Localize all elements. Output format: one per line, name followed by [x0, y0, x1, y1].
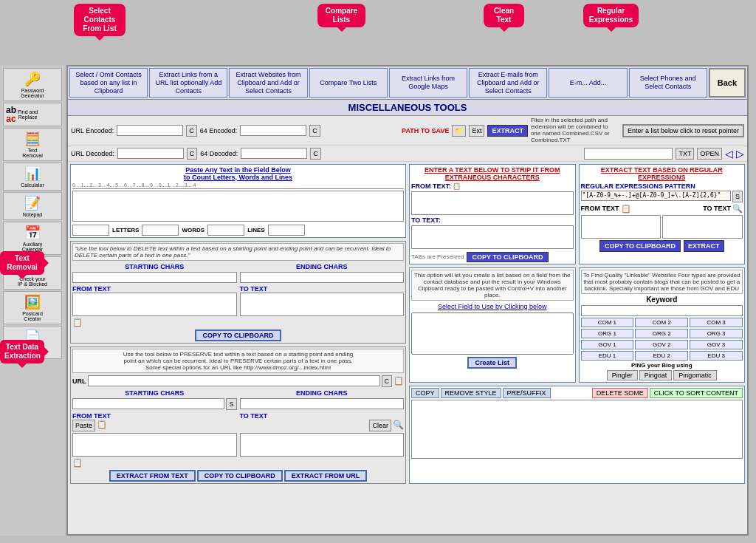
right-arrow-icon[interactable]: ▷ [736, 148, 744, 160]
url-row: URL C 📋 [72, 375, 404, 387]
right-bottom-textarea[interactable] [411, 400, 743, 459]
click-sort-btn[interactable]: CLICK TO SORT CONTENT [650, 388, 743, 398]
copy-mini-btn[interactable]: COPY [411, 388, 439, 398]
regex-copy-btn[interactable]: COPY TO CLIPBOARD [599, 240, 681, 252]
toolbar-btn-extract-websites[interactable]: Extract Websites from Clipboard and Add … [229, 68, 307, 98]
from-text-row: FROM TEXT: 📋 [411, 182, 574, 190]
preserve-to-area[interactable] [240, 433, 405, 457]
pre-suffix-btn[interactable]: PRE/SUFFIX [503, 388, 551, 398]
decoded-64-input[interactable] [241, 148, 307, 159]
left-arrow-icon[interactable]: ◁ [725, 148, 733, 160]
keyword-input[interactable] [581, 305, 743, 316]
com2-btn[interactable]: COM 2 [635, 318, 688, 327]
toolbar-btn-google-maps[interactable]: Extract Links from Google Maps [389, 68, 467, 98]
com1-btn[interactable]: COM 1 [581, 318, 634, 327]
remove-style-btn[interactable]: REMOVE STYLE [441, 388, 501, 398]
pingoat-btn[interactable]: Pingoat [639, 370, 673, 380]
path-ext-btn[interactable]: Ext [469, 125, 484, 137]
url-c-btn[interactable]: C [382, 375, 393, 387]
extract-from-text-btn[interactable]: EXTRACT FROM TEXT [109, 470, 196, 482]
regex-from-textarea[interactable] [581, 215, 662, 239]
toolbar-btn-select-phones[interactable]: Select Phones and Select Contacts [629, 68, 707, 98]
url-encoded-input[interactable] [117, 125, 183, 136]
letters-count[interactable] [72, 225, 109, 236]
edu2-btn[interactable]: EDU 2 [635, 351, 688, 361]
copy-to-clipboard-btn[interactable]: COPY TO CLIPBOARD [195, 329, 281, 341]
toolbar-btn-select-omit[interactable]: Select / Omit Contacts based on any list… [69, 68, 148, 98]
notepad-icon: 📝 [24, 195, 41, 211]
sidebar-item-password-generator[interactable]: 🔑 PasswordGenerator [3, 68, 62, 101]
url-decoded-c-btn[interactable]: C [187, 148, 198, 160]
strip-to-textarea[interactable] [411, 225, 574, 249]
path-extract-btn[interactable]: EXTRACT [487, 125, 528, 137]
edu3-btn[interactable]: EDU 3 [690, 351, 743, 361]
org2-btn[interactable]: ORG 2 [635, 329, 688, 338]
encoded-64-input[interactable] [240, 125, 306, 136]
toolbar-btn-extract-links[interactable]: Extract Links from a URL list optionally… [149, 68, 227, 98]
strip-copy-btn[interactable]: COPY TO CLIPBOARD [467, 252, 548, 262]
pingomatic-btn[interactable]: Pingomatic [673, 370, 717, 380]
decoded-64-c-btn[interactable]: C [310, 148, 321, 160]
preserve-from-area[interactable] [72, 433, 237, 457]
sidebar-label-calendar: AuxiliaryCalendar [22, 242, 43, 252]
url-input[interactable] [88, 375, 380, 386]
toolbar-btn-email-add[interactable]: E-m... Add... [549, 68, 627, 98]
lines-count[interactable] [207, 225, 244, 236]
to-text-row: TO TEXT: [411, 216, 574, 224]
path-txt-btn[interactable]: TXT [676, 148, 694, 160]
words-count[interactable] [142, 225, 179, 236]
regex-s-btn[interactable]: S [732, 191, 743, 202]
preserve-copy-btn[interactable]: COPY TO CLIPBOARD [197, 470, 283, 482]
regex-to-label: TO TEXT [703, 205, 731, 212]
clear-btn[interactable]: Clear [369, 420, 391, 431]
sidebar-item-calendar[interactable]: 📅 AuxiliaryCalendar [3, 222, 62, 255]
org3-btn[interactable]: ORG 3 [690, 329, 743, 338]
path-folder-icon-btn[interactable]: 📁 [452, 125, 466, 137]
field-select[interactable] [411, 313, 574, 355]
sidebar-item-notepad[interactable]: 📝 Notepad [3, 192, 62, 220]
back-button[interactable]: Back [709, 68, 746, 98]
enter-list-btn[interactable]: Enter a list below click to reset pointe… [622, 124, 744, 138]
com3-btn[interactable]: COM 3 [690, 318, 743, 327]
gov2-btn[interactable]: GOV 2 [635, 340, 688, 349]
extract-from-url-btn[interactable]: EXTRACT FROM URL [284, 470, 368, 482]
url-encoded-c-btn[interactable]: C [186, 125, 197, 137]
regex-to-textarea[interactable] [662, 215, 743, 239]
create-list-btn[interactable]: Create List [467, 357, 517, 369]
encoded-64-c-btn[interactable]: C [309, 125, 320, 137]
preserve-end-input[interactable] [240, 398, 405, 409]
sidebar-item-calculator[interactable]: 📊 Calculator [3, 163, 62, 191]
to-text-area[interactable] [240, 293, 405, 316]
edu1-btn[interactable]: EDU 1 [581, 351, 634, 361]
sidebar-label-calculator: Calculator [21, 182, 44, 188]
toolbar-btn-compare-lists[interactable]: Compare Two Lists [309, 68, 388, 98]
paste-btn[interactable]: Paste [72, 420, 95, 431]
gov3-btn[interactable]: GOV 3 [690, 340, 743, 349]
starting-chars-input[interactable] [72, 272, 237, 283]
gov1-btn[interactable]: GOV 1 [581, 340, 634, 349]
regex-extract-btn[interactable]: EXTRACT [684, 240, 724, 252]
strip-from-textarea[interactable] [411, 191, 574, 215]
pingler-btn[interactable]: Pingler [607, 370, 638, 380]
paste-textarea[interactable] [72, 191, 404, 222]
sidebar-item-text-removal[interactable]: 🧮 TextRemoval [3, 128, 62, 161]
toolbar-btn-extract-emails[interactable]: Extract E-mails from Clipboard and Add o… [469, 68, 547, 98]
url-decoded-input[interactable] [117, 148, 184, 159]
org1-btn[interactable]: ORG 1 [581, 329, 634, 338]
preserve-actions: EXTRACT FROM TEXT COPY TO CLIPBOARD EXTR… [72, 470, 404, 482]
sidebar-item-postcard[interactable]: 🖼️ PostcardCreator [3, 291, 62, 324]
preserve-start-input[interactable] [72, 398, 224, 409]
delete-desc: "Use the tool below to DELETE text withi… [72, 243, 404, 261]
sidebar-item-find-replace[interactable]: ab ac Find andReplace [3, 103, 62, 126]
path-input[interactable] [584, 148, 673, 160]
regex-panel: EXTRACT TEXT BASED ON REGULAR EXPRESSION… [579, 164, 746, 264]
from-to-row: FROM TEXT 📋 TO TEXT [72, 285, 404, 327]
select-field-link[interactable]: Select Field to Use by Clicking below [411, 303, 574, 310]
delete-some-btn[interactable]: DELETE SOME [592, 388, 648, 398]
path-open-btn[interactable]: OPEN [697, 148, 722, 160]
preserve-s-btn[interactable]: S [226, 398, 236, 410]
letters-label: LETTERS [112, 227, 139, 233]
extra-count[interactable] [268, 225, 305, 236]
from-text-area[interactable] [72, 293, 237, 316]
ending-chars-input[interactable] [240, 272, 405, 283]
